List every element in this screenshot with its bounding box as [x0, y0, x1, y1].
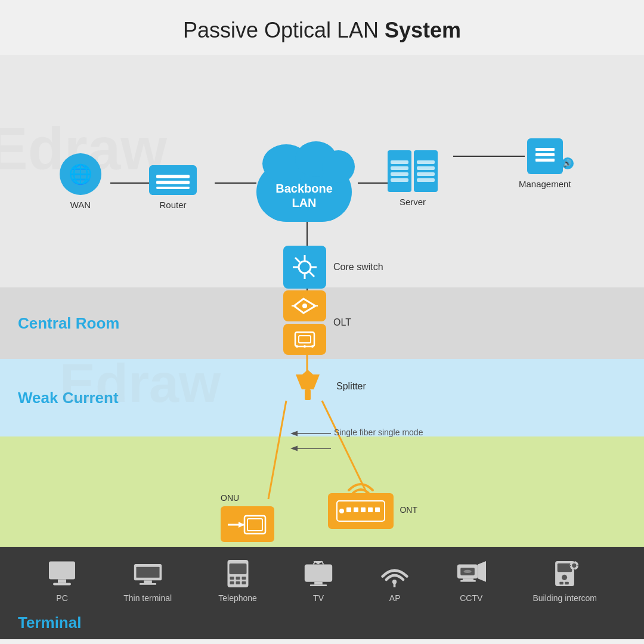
svg-point-78 — [562, 575, 567, 580]
svg-rect-72 — [464, 570, 472, 573]
terminal-item-pc: PC — [47, 559, 77, 603]
svg-rect-60 — [236, 581, 240, 584]
svg-rect-12 — [156, 181, 190, 184]
svg-point-30 — [304, 345, 306, 348]
terminal-item-tv: TV — [304, 559, 333, 603]
svg-rect-52 — [140, 583, 156, 585]
management-node: 🔊 Management — [519, 138, 571, 189]
zone-floor — [0, 436, 644, 547]
router-label: Router — [159, 200, 186, 210]
telephone-label: Telephone — [218, 593, 257, 603]
svg-rect-62 — [305, 565, 332, 582]
wan-node: 🌐 WAN — [60, 153, 101, 210]
terminal-item-ap: AP — [380, 559, 410, 603]
page-title: Passive Optical LAN System — [0, 0, 644, 55]
splitter-label: Splitter — [336, 381, 366, 392]
cctv-label: CCTV — [460, 593, 482, 603]
core-switch-label: Core switch — [333, 262, 383, 273]
core-switch-icon — [283, 246, 326, 289]
svg-rect-80 — [565, 582, 569, 585]
svg-marker-38 — [239, 522, 244, 528]
svg-rect-59 — [230, 581, 234, 584]
svg-rect-53 — [136, 567, 159, 578]
terminal-items-row: PC Thin terminal Tel — [0, 550, 644, 606]
svg-rect-51 — [144, 580, 152, 583]
terminal-item-cctv: CCTV — [456, 559, 486, 603]
svg-rect-49 — [53, 583, 71, 586]
server-icon — [388, 150, 438, 192]
server-node: Server — [388, 150, 438, 207]
server-label: Server — [400, 197, 426, 207]
svg-line-23 — [309, 272, 314, 277]
svg-rect-47 — [49, 562, 75, 580]
management-label: Management — [519, 179, 571, 189]
router-node: Router — [149, 165, 197, 210]
svg-line-65 — [321, 561, 324, 564]
core-switch-node: Core switch — [283, 246, 383, 289]
terminal-item-telephone: Telephone — [218, 559, 257, 603]
central-room-label: Central Room — [18, 314, 119, 333]
svg-rect-75 — [461, 580, 476, 582]
wan-icon: 🌐 — [60, 153, 101, 195]
svg-rect-11 — [156, 175, 190, 178]
splitter-icon — [286, 365, 329, 408]
svg-point-82 — [572, 564, 576, 568]
svg-point-31 — [311, 345, 314, 348]
svg-rect-13 — [156, 187, 190, 189]
svg-point-39 — [358, 493, 363, 496]
onu-icon — [221, 506, 274, 542]
terminal-label: Terminal — [18, 614, 81, 632]
svg-point-69 — [392, 580, 397, 584]
onu-node: ONU — [221, 493, 274, 542]
svg-rect-77 — [558, 564, 572, 572]
single-fiber-label: Single fiber single mode — [334, 428, 423, 437]
ont-icon — [328, 493, 394, 529]
tv-label: TV — [313, 593, 324, 603]
svg-rect-55 — [229, 564, 246, 574]
svg-point-17 — [299, 261, 311, 273]
svg-rect-15 — [535, 153, 555, 156]
thin-terminal-label: Thin terminal — [123, 593, 172, 603]
watermark-2: Edraw — [60, 353, 221, 414]
olt-label: OLT — [333, 317, 351, 328]
olt-top-icon — [283, 290, 326, 321]
svg-point-41 — [339, 509, 344, 513]
svg-rect-79 — [560, 582, 564, 585]
svg-rect-46 — [375, 507, 380, 512]
svg-rect-66 — [314, 582, 323, 585]
backbone-icon: BackboneLAN — [250, 138, 358, 222]
svg-rect-36 — [247, 519, 262, 531]
building-intercom-label: Building intercom — [532, 593, 596, 603]
ont-node: ONT — [328, 493, 394, 529]
svg-rect-44 — [361, 507, 366, 512]
pc-label: PC — [56, 593, 67, 603]
management-icon: 🔊 — [527, 138, 563, 174]
ont-label: ONT — [400, 505, 417, 515]
svg-rect-61 — [242, 581, 246, 584]
svg-rect-27 — [295, 332, 314, 346]
svg-point-24 — [302, 304, 307, 308]
svg-rect-28 — [299, 336, 311, 343]
ap-label: AP — [389, 593, 401, 603]
svg-rect-16 — [535, 159, 555, 162]
svg-rect-67 — [310, 584, 327, 586]
svg-point-29 — [296, 345, 298, 348]
router-icon — [149, 165, 197, 195]
terminal-item-building-intercom: Building intercom — [532, 559, 596, 603]
splitter-node: Splitter — [286, 365, 366, 408]
svg-rect-74 — [463, 578, 473, 580]
svg-rect-56 — [230, 577, 234, 580]
svg-rect-33 — [305, 389, 311, 400]
svg-rect-14 — [535, 148, 555, 151]
backbone-node: BackboneLAN — [250, 138, 358, 222]
svg-marker-73 — [478, 561, 487, 582]
svg-line-22 — [295, 258, 300, 262]
onu-label: ONU — [221, 493, 239, 503]
svg-rect-42 — [346, 507, 351, 512]
svg-rect-43 — [354, 507, 358, 512]
wan-label: WAN — [70, 200, 91, 210]
terminal-item-thin: Thin terminal — [123, 559, 172, 603]
olt-node: OLT — [283, 290, 351, 355]
svg-rect-57 — [236, 577, 240, 580]
svg-rect-58 — [242, 577, 246, 580]
